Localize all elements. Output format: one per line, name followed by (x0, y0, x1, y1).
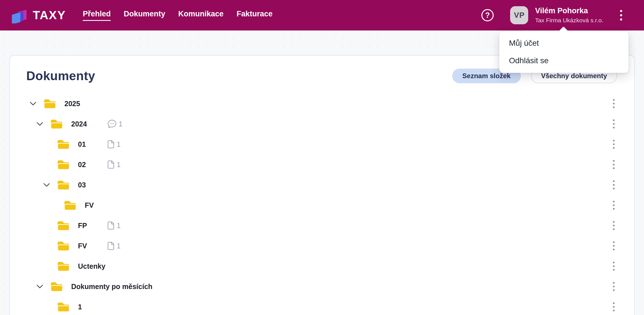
count-value: 1 (117, 242, 121, 250)
tree-row-fp[interactable]: FP1 (10, 215, 634, 236)
nav-fakturace[interactable]: Fakturace (237, 10, 273, 21)
taxy-logo-icon (12, 7, 27, 23)
count-value: 1 (117, 140, 121, 148)
brand-name: TAXY (33, 8, 66, 22)
document-count: 1 (107, 221, 121, 230)
kebab-menu-icon[interactable] (610, 238, 618, 253)
kebab-menu-icon[interactable] (610, 279, 618, 294)
user-company: Tax Firma Ukázková s.r.o. (535, 17, 603, 24)
document-count: 1 (107, 241, 121, 250)
folder-icon (56, 260, 71, 272)
comment-count: 1 (107, 119, 123, 129)
folder-tree: 20252024101102103FVFP1FV1UctenkyDokument… (10, 93, 634, 315)
avatar-initials: VP (514, 11, 525, 20)
page-title: Dokumenty (26, 69, 95, 83)
tree-row-1[interactable]: 1 (10, 297, 634, 315)
folder-name: 01 (78, 140, 86, 148)
folder-name: Dokumenty po měsících (71, 283, 153, 291)
help-icon[interactable]: ? (481, 8, 494, 22)
folder-icon (56, 301, 71, 313)
document-count: 1 (107, 160, 121, 169)
folder-icon (43, 98, 57, 110)
kebab-menu-icon[interactable] (610, 116, 618, 132)
menu-item-muj-ucet[interactable]: Můj účet (499, 34, 628, 52)
tree-row-2025[interactable]: 2025 (10, 93, 634, 114)
nav-prehled[interactable]: Přehled (83, 10, 111, 21)
chevron-down-icon[interactable] (43, 183, 50, 187)
folder-icon (56, 240, 71, 252)
avatar[interactable]: VP (510, 6, 528, 24)
user-info[interactable]: Vilém Pohorka Tax Firma Ukázková s.r.o. (535, 7, 603, 24)
folder-icon (63, 199, 77, 211)
count-value: 1 (117, 161, 121, 169)
chevron-down-icon[interactable] (30, 102, 36, 106)
tree-row-uctenky[interactable]: Uctenky (10, 256, 634, 276)
top-bar-right: ? VP Vilém Pohorka Tax Firma Ukázková s.… (481, 6, 624, 24)
kebab-menu-icon[interactable] (610, 137, 618, 152)
document-icon (107, 140, 115, 149)
app-window: TAXY PřehledDokumentyKomunikaceFakturace… (0, 0, 644, 315)
document-icon (107, 241, 115, 250)
top-bar: TAXY PřehledDokumentyKomunikaceFakturace… (0, 0, 644, 30)
folder-name: 1 (78, 303, 82, 311)
main-nav: PřehledDokumentyKomunikaceFakturace (83, 10, 273, 21)
count-value: 1 (117, 222, 121, 230)
kebab-menu-icon[interactable] (610, 218, 618, 233)
kebab-menu-icon[interactable] (610, 259, 618, 274)
folder-name: 03 (78, 181, 86, 189)
folder-icon (56, 138, 71, 150)
brand[interactable]: TAXY (12, 7, 66, 23)
kebab-menu-icon[interactable] (618, 8, 624, 23)
tree-row-fv[interactable]: FV (10, 195, 634, 215)
comment-bubble-icon (107, 119, 117, 129)
nav-komunikace[interactable]: Komunikace (178, 10, 224, 21)
count-value: 1 (119, 120, 123, 128)
tree-row-2024[interactable]: 20241 (10, 114, 634, 134)
svg-text:?: ? (485, 11, 490, 19)
tree-row-03[interactable]: 03 (10, 175, 634, 195)
folder-name: 2024 (71, 120, 87, 128)
folder-icon (50, 118, 64, 130)
kebab-menu-icon[interactable] (610, 177, 618, 193)
document-icon (107, 160, 115, 169)
chevron-down-icon[interactable] (36, 285, 43, 289)
kebab-menu-icon[interactable] (610, 299, 618, 314)
kebab-menu-icon[interactable] (610, 96, 618, 111)
tree-row-fv[interactable]: FV1 (10, 236, 634, 256)
folder-name: FV (85, 201, 94, 209)
menu-item-odhlasit-se[interactable]: Odhlásit se (499, 52, 628, 69)
folder-name: Uctenky (78, 262, 105, 270)
user-dropdown: Můj účetOdhlásit se (499, 31, 628, 73)
folder-name: 02 (78, 161, 86, 169)
document-count: 1 (107, 140, 121, 149)
kebab-menu-icon[interactable] (610, 157, 618, 172)
folder-name: FV (78, 242, 87, 250)
folder-icon (56, 220, 71, 231)
user-name: Vilém Pohorka (535, 7, 603, 15)
tree-row-01[interactable]: 011 (10, 134, 634, 154)
chevron-down-icon[interactable] (36, 122, 43, 126)
folder-icon (56, 179, 71, 191)
tree-row-02[interactable]: 021 (10, 154, 634, 175)
nav-dokumenty[interactable]: Dokumenty (124, 10, 165, 21)
document-icon (107, 221, 115, 230)
folder-name: 2025 (64, 100, 80, 108)
documents-card: Dokumenty Seznam složekVšechny dokumenty… (9, 55, 635, 315)
folder-name: FP (78, 222, 87, 230)
folder-icon (50, 281, 64, 292)
kebab-menu-icon[interactable] (610, 198, 618, 213)
tree-row-dokumenty-po-mesicich[interactable]: Dokumenty po měsících (10, 276, 634, 297)
folder-icon (56, 159, 71, 170)
